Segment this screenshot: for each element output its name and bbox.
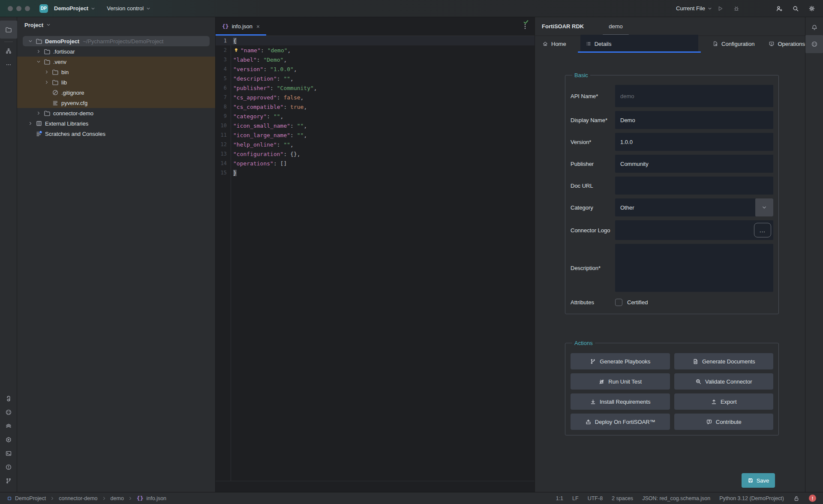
chevron-right-icon[interactable] — [28, 121, 33, 126]
tree-item-connector-demo[interactable]: connector-demo — [17, 108, 215, 118]
connector-logo-field[interactable] — [615, 220, 773, 240]
status-encoding[interactable]: UTF-8 — [588, 495, 603, 501]
breadcrumb-demoproject[interactable]: DemoProject — [7, 495, 46, 501]
basic-section: Basic API Name*Display Name*Version*Publ… — [565, 72, 779, 314]
json-braces-icon: {} — [222, 23, 229, 30]
tree-item--gitignore[interactable]: .gitignore — [17, 87, 215, 98]
tree-item-lib[interactable]: lib — [17, 77, 215, 87]
line-number: 8 — [216, 104, 231, 110]
tree-item-pyvenv-cfg[interactable]: pyvenv.cfg — [17, 98, 215, 108]
chevron-right-icon[interactable] — [44, 69, 49, 75]
export-button[interactable]: Export — [674, 393, 774, 410]
display-name-field[interactable] — [615, 111, 773, 129]
tree-item-label: lib — [61, 79, 67, 86]
status-caret-position[interactable]: 1:1 — [556, 495, 563, 501]
inspections-ok-icon[interactable] — [523, 18, 529, 25]
play-icon[interactable] — [715, 3, 725, 14]
certified-checkbox[interactable] — [615, 299, 622, 306]
code-editor[interactable]: 1{2"name": "demo",3 "label": "Demo",4 "v… — [216, 36, 535, 481]
deploy-on-fortisoar--button[interactable]: Deploy On FortiSOAR™ — [571, 414, 670, 430]
status-python-interpreter[interactable]: Python 3.12 (DemoProject) — [719, 495, 784, 501]
rdk-tab-configuration[interactable]: Configuration — [712, 36, 754, 51]
generate-documents-button[interactable]: Generate Documents — [674, 353, 774, 369]
problems-tool-button[interactable] — [3, 461, 15, 473]
chevron-down-icon[interactable] — [28, 39, 33, 44]
category-select[interactable]: Other — [615, 198, 773, 216]
settings-icon[interactable] — [807, 3, 817, 14]
api-name-field[interactable] — [615, 85, 773, 107]
rdk-tab-operations[interactable]: Operations — [769, 36, 805, 51]
contribute-button[interactable]: Contribute — [674, 414, 774, 430]
fortisoar-rdk-tool-window: FortiSOAR RDK demo HomeDetailsConfigurat… — [535, 17, 805, 492]
version-field[interactable] — [615, 133, 773, 151]
minimize-window-button[interactable] — [16, 6, 21, 11]
rdk-doc-tab-demo[interactable]: demo — [601, 17, 631, 36]
intention-bulb-icon[interactable] — [233, 47, 239, 53]
project-badge: DP — [39, 4, 48, 13]
breadcrumb-connector-demo[interactable]: connector-demo — [59, 495, 97, 501]
tree-item-bin[interactable]: bin — [17, 67, 215, 77]
save-button[interactable]: Save — [742, 473, 775, 488]
notifications-tool-button[interactable] — [808, 21, 820, 33]
structure-tool-button[interactable] — [3, 45, 15, 57]
publisher-field-label: Publisher — [571, 161, 615, 167]
zoom-window-button[interactable] — [25, 6, 30, 11]
status-readonly-toggle[interactable] — [793, 495, 800, 502]
tree-item-external-libraries[interactable]: External Libraries — [17, 118, 215, 129]
debug-icon[interactable] — [731, 3, 742, 14]
chevron-down-icon[interactable] — [36, 59, 41, 64]
validate-connector-button[interactable]: Validate Connector — [674, 373, 774, 390]
actions-section: Actions Generate PlaybooksGenerate Docum… — [565, 340, 779, 435]
rdk-tab-details[interactable]: Details — [580, 35, 698, 53]
tree-item--fortisoar[interactable]: .fortisoar — [17, 46, 215, 57]
run-configuration-selector[interactable]: Current File — [673, 3, 715, 13]
code-line-11: 11 "icon_large_name": "", — [216, 130, 535, 140]
chevron-right-icon[interactable] — [36, 111, 41, 116]
terminal-tool-button[interactable] — [3, 447, 15, 459]
code-line-2: 2"name": "demo", — [216, 45, 535, 55]
generate-playbooks-button[interactable]: Generate Playbooks — [571, 353, 670, 369]
description-field[interactable] — [615, 244, 773, 292]
chevron-right-icon[interactable] — [36, 49, 41, 54]
search-icon[interactable] — [790, 3, 801, 14]
close-window-button[interactable] — [8, 6, 13, 11]
tree-item-demoproject[interactable]: DemoProject~/PycharmProjects/DemoProject — [17, 36, 215, 46]
more-tool-button[interactable] — [3, 59, 15, 71]
chevron-right-icon[interactable] — [44, 80, 49, 85]
window-controls[interactable] — [8, 6, 30, 11]
category-dropdown-button[interactable] — [755, 198, 773, 216]
tree-item-scratches-and-consoles[interactable]: Scratches and Consoles — [17, 129, 215, 139]
add-user-icon[interactable] — [774, 3, 784, 14]
rdk-tab-home[interactable]: Home — [542, 36, 566, 51]
status-json-schema[interactable]: JSON: red_cog.schema.json — [642, 495, 710, 501]
publisher-field[interactable] — [615, 155, 773, 173]
layers-tool-button[interactable] — [3, 420, 15, 432]
details-icon — [586, 41, 592, 47]
status-indent[interactable]: 2 spaces — [612, 495, 633, 501]
close-icon[interactable] — [255, 24, 261, 29]
browse-logo-button[interactable]: ... — [754, 223, 771, 237]
tree-item-label: connector-demo — [53, 110, 93, 117]
run-unit-test-button[interactable]: Run Unit Test — [571, 373, 670, 390]
line-number: 10 — [216, 123, 231, 129]
line-number: 2 — [216, 47, 231, 53]
status-error-indicator[interactable]: ! — [809, 495, 816, 502]
python-packages-tool-button[interactable] — [3, 406, 15, 418]
doc-url-field[interactable] — [615, 177, 773, 195]
tree-item--venv[interactable]: .venv — [17, 57, 215, 67]
breadcrumb-demo[interactable]: demo — [111, 495, 124, 501]
kebab-icon[interactable] — [748, 7, 751, 10]
status-line-separator[interactable]: LF — [572, 495, 579, 501]
services-tool-button[interactable] — [3, 434, 15, 446]
vcs-widget[interactable]: Version control — [104, 3, 153, 13]
version-control-tool-button[interactable] — [3, 475, 15, 487]
fortisoar-rdk-plugin-tool-button[interactable] — [805, 35, 823, 53]
project-widget[interactable]: DemoProject — [51, 3, 98, 13]
install-requirements-button[interactable]: Install Requirements — [571, 393, 670, 410]
project-panel-header[interactable]: Project — [17, 17, 215, 33]
tab-info-json[interactable]: {} info.json — [216, 17, 266, 36]
breadcrumb-info-json[interactable]: {}info.json — [137, 495, 166, 501]
project-tool-button[interactable] — [0, 21, 17, 39]
breadcrumb-label: connector-demo — [59, 495, 97, 501]
python-console-tool-button[interactable] — [3, 393, 15, 405]
